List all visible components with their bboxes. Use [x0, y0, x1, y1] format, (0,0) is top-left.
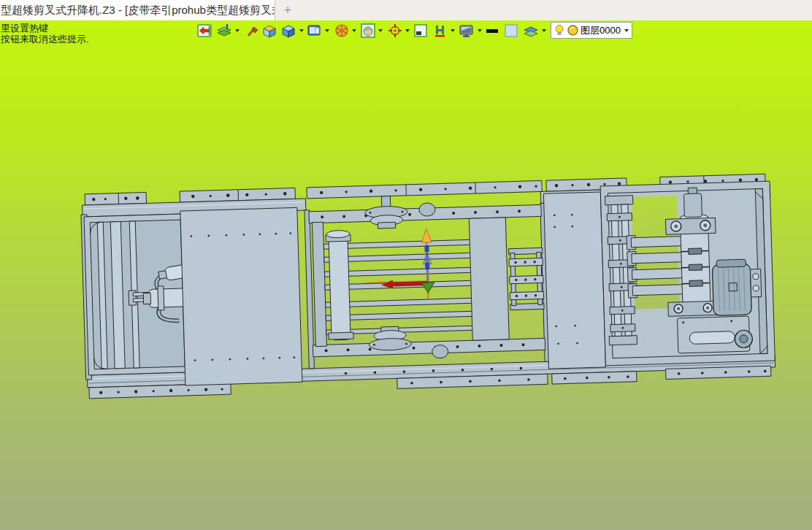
app-window: 型超矮剪叉式升降机.Z3 - [皮带牵引prohub类型超矮剪叉式升降机] × … — [0, 0, 812, 530]
left-platform-plate — [180, 207, 302, 385]
new-tab-button[interactable]: + — [279, 1, 296, 20]
viewport[interactable]: 里设置热键 按钮来取消这些提示. — [0, 20, 812, 530]
machine-assembly — [80, 174, 775, 399]
tab-bar: 型超矮剪叉式升降机.Z3 - [皮带牵引prohub类型超矮剪叉式升降机] × … — [0, 0, 812, 20]
drive-unit-section — [600, 181, 775, 366]
origin-triad — [364, 228, 435, 301]
cad-model-scissor-lift — [0, 20, 812, 530]
tab-title: 型超矮剪叉式升降机.Z3 - [皮带牵引prohub类型超矮剪叉式升降机] — [0, 4, 275, 18]
document-tab[interactable]: 型超矮剪叉式升降机.Z3 - [皮带牵引prohub类型超矮剪叉式升降机] × — [0, 0, 275, 20]
right-platform-plate — [543, 192, 605, 369]
